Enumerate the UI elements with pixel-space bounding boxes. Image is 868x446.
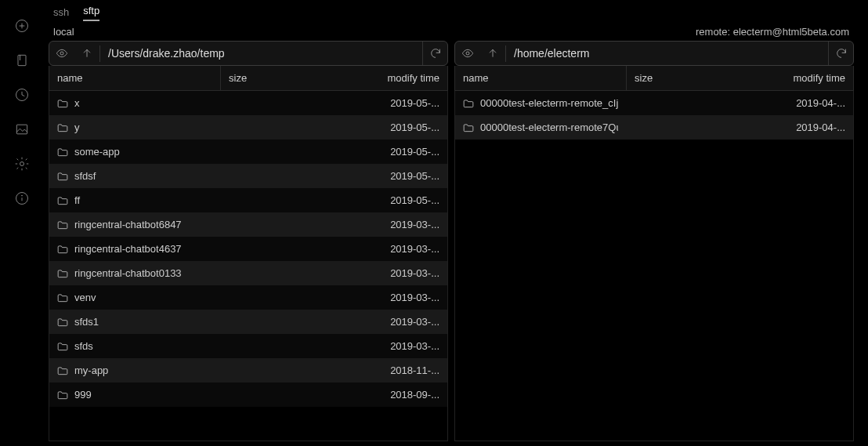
folder-icon — [463, 123, 474, 132]
file-row[interactable]: venv2019-03-... — [49, 285, 447, 310]
info-icon[interactable] — [13, 190, 31, 207]
file-name-text: ringcentral-chatbot0133 — [74, 267, 182, 279]
file-name: 00000test-electerm-remote_cIjA... — [463, 97, 618, 109]
file-modify-time: 2019-04-... — [775, 97, 845, 109]
file-name: y — [57, 121, 212, 133]
file-name: ringcentral-chatbot0133 — [57, 267, 212, 279]
svg-point-7 — [20, 162, 24, 166]
header-time[interactable]: modify time — [377, 66, 447, 90]
remote-headers: name size modify time — [454, 66, 854, 91]
eye-icon[interactable] — [455, 42, 480, 65]
local-pathbar — [49, 41, 448, 66]
svg-rect-6 — [16, 125, 27, 134]
file-row[interactable]: 00000test-electerm-remote7Qu...2019-04-.… — [455, 115, 853, 140]
local-file-list: x2019-05-...y2019-05-...some-app2019-05-… — [49, 91, 448, 441]
file-row[interactable]: ff2019-05-... — [49, 188, 447, 212]
file-name: 999 — [57, 389, 212, 401]
file-row[interactable]: some-app2019-05-... — [49, 140, 447, 164]
file-modify-time: 2019-04-... — [775, 121, 845, 133]
file-name-text: my-app — [74, 364, 108, 376]
file-modify-time: 2019-03-... — [369, 340, 439, 352]
file-name: x — [57, 97, 212, 109]
folder-icon — [57, 147, 68, 157]
eye-icon[interactable] — [49, 42, 74, 65]
file-modify-time: 2019-05-... — [369, 146, 439, 158]
file-row[interactable]: 9992018-09-... — [49, 383, 447, 407]
remote-path-input[interactable] — [506, 42, 828, 65]
file-name-text: ringcentral-chatbot6847 — [74, 219, 182, 230]
folder-icon — [57, 99, 68, 108]
file-row[interactable]: sfds12019-03-... — [49, 310, 447, 334]
file-name-text: 00000test-electerm-remote7Qu... — [480, 121, 618, 133]
local-path-input[interactable] — [100, 42, 422, 65]
up-icon[interactable] — [74, 42, 99, 65]
header-name[interactable]: name — [455, 66, 626, 90]
file-name: sfdsf — [57, 170, 212, 182]
header-size[interactable]: size — [626, 66, 783, 90]
settings-icon[interactable] — [13, 155, 31, 172]
header-time[interactable]: modify time — [783, 66, 853, 90]
file-name-text: ringcentral-chatbot4637 — [74, 243, 182, 255]
up-icon[interactable] — [480, 42, 505, 65]
file-name: sfds — [57, 340, 212, 352]
svg-point-11 — [60, 52, 63, 55]
folder-icon — [57, 317, 68, 327]
refresh-icon[interactable] — [828, 42, 853, 65]
file-name-text: y — [74, 121, 80, 133]
file-modify-time: 2019-05-... — [369, 97, 439, 109]
file-name: ringcentral-chatbot6847 — [57, 219, 212, 230]
local-label: local — [53, 26, 74, 38]
file-name-text: venv — [74, 292, 96, 303]
file-modify-time: 2018-09-... — [369, 389, 439, 401]
file-row[interactable]: ringcentral-chatbot68472019-03-... — [49, 212, 447, 237]
protocol-tabs: ssh sftp — [44, 0, 859, 21]
file-modify-time: 2018-11-... — [369, 364, 439, 376]
add-icon[interactable] — [13, 17, 31, 34]
image-icon[interactable] — [13, 121, 31, 138]
file-row[interactable]: my-app2018-11-... — [49, 358, 447, 383]
file-modify-time: 2019-03-... — [369, 316, 439, 328]
file-name-text: 999 — [74, 389, 92, 401]
svg-rect-3 — [18, 55, 26, 65]
file-modify-time: 2019-03-... — [369, 267, 439, 279]
file-modify-time: 2019-05-... — [369, 170, 439, 182]
file-modify-time: 2019-05-... — [369, 121, 439, 133]
file-modify-time: 2019-03-... — [369, 219, 439, 230]
svg-point-13 — [466, 52, 469, 55]
file-name: my-app — [57, 364, 212, 376]
file-row[interactable]: sfds2019-03-... — [49, 334, 447, 358]
folder-icon — [57, 390, 68, 400]
folder-icon — [57, 123, 68, 132]
file-row[interactable]: y2019-05-... — [49, 115, 447, 140]
remote-pathbar — [454, 41, 854, 66]
file-name-text: some-app — [74, 146, 120, 158]
file-name-text: x — [74, 97, 80, 109]
file-name: ringcentral-chatbot4637 — [57, 243, 212, 255]
file-modify-time: 2019-03-... — [369, 292, 439, 303]
tab-sftp[interactable]: sftp — [83, 5, 99, 21]
folder-icon — [57, 196, 68, 205]
folder-icon — [57, 245, 68, 254]
file-row[interactable]: 00000test-electerm-remote_cIjA...2019-04… — [455, 91, 853, 115]
file-modify-time: 2019-05-... — [369, 194, 439, 206]
file-row[interactable]: x2019-05-... — [49, 91, 447, 115]
file-name: some-app — [57, 146, 212, 158]
bookmark-icon[interactable] — [13, 52, 31, 69]
file-name: ff — [57, 194, 212, 206]
file-row[interactable]: sfdsf2019-05-... — [49, 164, 447, 188]
folder-icon — [57, 220, 68, 230]
file-name: sfds1 — [57, 316, 212, 328]
remote-pane: name size modify time 00000test-electerm… — [454, 41, 854, 441]
file-name-text: ff — [74, 194, 80, 206]
file-row[interactable]: ringcentral-chatbot01332019-03-... — [49, 261, 447, 285]
tab-ssh[interactable]: ssh — [53, 6, 69, 21]
header-name[interactable]: name — [49, 66, 220, 90]
file-name-text: sfds — [74, 340, 93, 352]
folder-icon — [57, 293, 68, 303]
history-icon[interactable] — [13, 86, 31, 103]
refresh-icon[interactable] — [422, 42, 447, 65]
file-row[interactable]: ringcentral-chatbot46372019-03-... — [49, 237, 447, 261]
local-pane: name size modify time x2019-05-...y2019-… — [49, 41, 448, 441]
header-size[interactable]: size — [220, 66, 377, 90]
svg-point-10 — [22, 195, 23, 196]
